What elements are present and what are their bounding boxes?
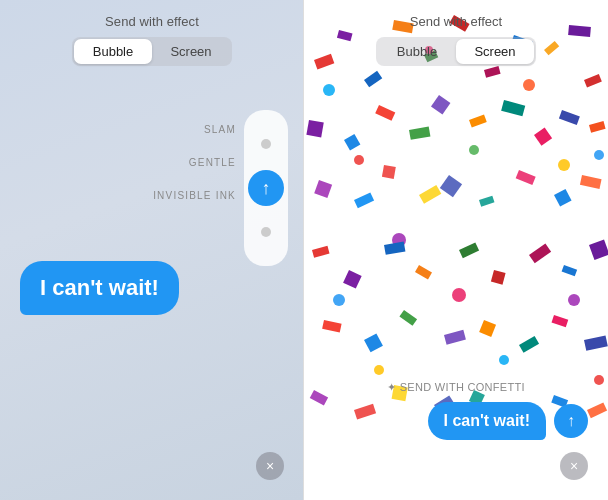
effect-label-gentle: GENTLE <box>153 157 236 168</box>
svg-rect-11 <box>306 120 323 137</box>
svg-rect-39 <box>343 270 362 289</box>
right-header: Send with effect Bubble Screen <box>304 0 608 66</box>
svg-rect-19 <box>559 110 580 125</box>
send-icon-right: ↑ <box>567 412 575 430</box>
send-button-left[interactable]: ↑ <box>248 170 284 206</box>
svg-rect-16 <box>469 115 487 128</box>
svg-rect-52 <box>519 336 539 353</box>
left-header-title: Send with effect <box>105 14 199 29</box>
svg-rect-51 <box>479 320 496 337</box>
svg-rect-22 <box>354 192 374 208</box>
svg-rect-48 <box>364 333 383 352</box>
right-tab-switcher: Bubble Screen <box>376 37 536 66</box>
svg-rect-47 <box>322 320 341 333</box>
left-tab-screen[interactable]: Screen <box>152 39 230 64</box>
message-bubble: I can't wait! <box>20 261 179 315</box>
svg-rect-17 <box>501 100 525 116</box>
svg-point-30 <box>323 84 335 96</box>
svg-rect-43 <box>491 270 506 285</box>
svg-rect-13 <box>375 105 395 121</box>
svg-rect-24 <box>419 185 441 204</box>
close-icon-left: × <box>266 458 274 474</box>
right-header-title: Send with effect <box>410 14 502 29</box>
svg-rect-45 <box>562 265 578 276</box>
svg-point-64 <box>374 365 384 375</box>
svg-rect-50 <box>444 330 466 345</box>
svg-rect-44 <box>529 244 551 264</box>
right-message-bubble: I can't wait! <box>428 402 546 440</box>
svg-rect-15 <box>431 95 450 114</box>
svg-rect-23 <box>382 165 396 179</box>
svg-rect-41 <box>415 265 432 279</box>
svg-point-31 <box>354 155 364 165</box>
svg-rect-53 <box>552 315 569 327</box>
svg-rect-29 <box>580 175 602 189</box>
svg-rect-27 <box>516 170 536 185</box>
right-tab-screen[interactable]: Screen <box>456 39 534 64</box>
effect-slam[interactable] <box>244 122 288 166</box>
svg-point-66 <box>499 355 509 365</box>
svg-rect-25 <box>440 175 462 197</box>
left-tab-switcher: Bubble Screen <box>72 37 232 66</box>
right-message-row: I can't wait! ↑ <box>304 402 608 440</box>
svg-rect-2 <box>364 71 382 88</box>
svg-point-65 <box>452 288 466 302</box>
svg-rect-38 <box>312 246 330 258</box>
svg-rect-28 <box>554 189 572 207</box>
effect-dot-slam <box>261 139 271 149</box>
effect-labels: SLAM GENTLE INVISIBLE INK <box>153 110 236 201</box>
left-header: Send with effect Bubble Screen <box>0 0 304 66</box>
svg-rect-12 <box>344 134 360 150</box>
effect-invisible-ink[interactable] <box>244 210 288 254</box>
svg-rect-20 <box>589 121 606 133</box>
svg-rect-21 <box>314 180 332 198</box>
right-bottom-area: ✦ SEND WITH CONFETTI I can't wait! ↑ <box>304 381 608 440</box>
svg-rect-6 <box>484 66 501 78</box>
svg-point-63 <box>333 294 345 306</box>
right-tab-bubble[interactable]: Bubble <box>378 39 456 64</box>
svg-point-33 <box>469 145 479 155</box>
effect-gentle[interactable]: ↑ <box>244 166 288 210</box>
svg-point-34 <box>523 79 535 91</box>
close-button-left[interactable]: × <box>256 452 284 480</box>
close-button-right[interactable]: × <box>560 452 588 480</box>
svg-rect-26 <box>479 196 494 207</box>
svg-rect-40 <box>384 242 405 255</box>
close-icon-right: × <box>570 458 578 474</box>
effect-label-slam: SLAM <box>153 124 236 135</box>
send-icon-left: ↑ <box>262 178 271 199</box>
svg-point-37 <box>558 159 570 171</box>
svg-rect-14 <box>409 127 430 140</box>
svg-point-35 <box>594 150 604 160</box>
effect-dot-invisible-ink <box>261 227 271 237</box>
svg-rect-49 <box>399 310 417 326</box>
send-button-right[interactable]: ↑ <box>554 404 588 438</box>
send-with-confetti-label: ✦ SEND WITH CONFETTI <box>387 381 525 394</box>
svg-rect-54 <box>584 335 608 350</box>
svg-rect-46 <box>589 240 608 261</box>
effects-list: ↑ <box>244 110 288 266</box>
svg-point-67 <box>568 294 580 306</box>
svg-rect-42 <box>459 242 479 258</box>
left-panel: Send with effect Bubble Screen I can't w… <box>0 0 304 500</box>
svg-rect-18 <box>534 128 552 146</box>
left-tab-bubble[interactable]: Bubble <box>74 39 152 64</box>
svg-rect-10 <box>584 74 602 87</box>
effect-label-invisible-ink: INVISIBLE INK <box>153 190 236 201</box>
right-panel: Send with effect Bubble Screen ✦ SEND WI… <box>304 0 608 500</box>
